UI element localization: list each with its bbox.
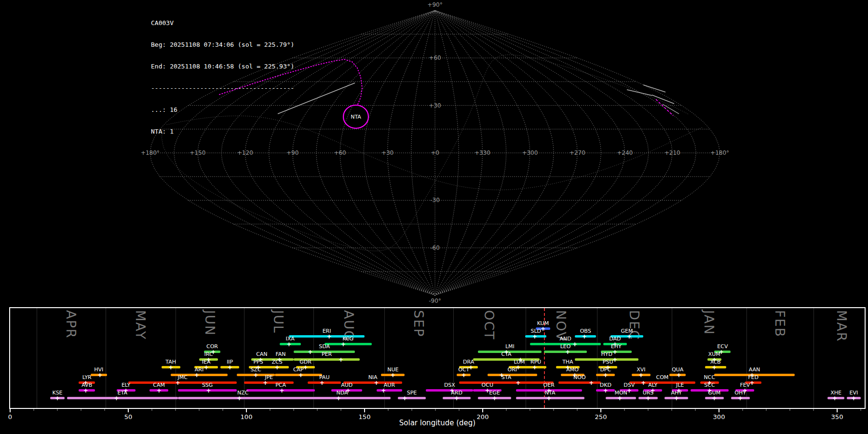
- shower-peak-marker-GUM: +: [712, 395, 717, 401]
- shower-peak-marker-XVI: +: [638, 372, 643, 378]
- longitude-label: +120: [237, 149, 253, 156]
- shower-bar-CTA: [473, 358, 539, 361]
- month-label-jul: JUL: [271, 310, 286, 334]
- shower-peak-marker-HVI: +: [97, 372, 102, 378]
- x-axis-minor-tick: [105, 409, 105, 411]
- shower-peak-marker-NUE: +: [391, 372, 395, 378]
- longitude-label: +0: [431, 149, 439, 156]
- latitude-label: +30: [429, 102, 441, 109]
- x-axis-minor-tick: [199, 409, 200, 411]
- month-label-may: MAY: [133, 310, 148, 340]
- x-axis-tick: [600, 409, 601, 412]
- x-axis-minor-tick: [294, 409, 294, 411]
- x-axis-tick: [719, 409, 719, 412]
- latitude-label: +60: [429, 54, 441, 61]
- x-axis-minor-tick: [435, 409, 436, 411]
- shower-peak-marker-SLD: +: [532, 334, 537, 339]
- shower-peak-marker-ERI: +: [326, 334, 331, 339]
- x-axis-minor-tick: [672, 409, 672, 411]
- shower-peak-marker-JPE: +: [263, 380, 268, 386]
- shower-bar-KCG: [325, 343, 372, 345]
- shower-peak-marker-QUA: +: [677, 372, 681, 378]
- shower-peak-marker-AND: +: [572, 341, 577, 347]
- meteor-trail: [643, 85, 665, 92]
- x-axis-tick: [246, 409, 247, 412]
- shower-peak-marker-IXA: +: [286, 341, 291, 347]
- shower-bar-AUR: [377, 389, 403, 392]
- x-axis-tick: [482, 409, 483, 412]
- begin-time: Beg: 20251108 07:34:06 (sol = 225.79°): [151, 41, 294, 48]
- shower-peak-marker-KCG: +: [341, 341, 346, 347]
- shower-bar-ETA: [67, 397, 178, 399]
- shower-peak-marker-EVI: +: [851, 395, 856, 401]
- x-axis-minor-tick: [695, 409, 696, 411]
- longitude-label: +90: [286, 149, 298, 156]
- shower-peak-marker-PAU: +: [320, 380, 325, 386]
- sky-map-svg: +90°+60+30-30-60-90°+180°+150+120+90+60+…: [0, 0, 868, 306]
- latitude-label: -30: [430, 197, 440, 203]
- shower-label-ORI: ORI: [507, 367, 517, 373]
- month-label-feb: FEB: [773, 310, 787, 338]
- shower-peak-marker-AUR: +: [381, 388, 386, 393]
- meteor-trail: [627, 90, 652, 95]
- longitude-label: +270: [570, 149, 585, 156]
- x-axis-tick: [837, 409, 838, 412]
- month-boundary-line: [37, 308, 37, 408]
- shower-peak-marker-EGE: +: [492, 395, 497, 401]
- month-boundary-line: [106, 308, 106, 408]
- longitude-label: +240: [617, 149, 633, 156]
- shower-peak-marker-ETA: +: [114, 395, 119, 401]
- shower-peak-marker-PCA: +: [279, 388, 284, 393]
- shower-label-NOO: NOO: [573, 375, 586, 380]
- shower-peak-marker-KSE: +: [55, 395, 60, 401]
- shower-peak-marker-SPE: +: [402, 395, 407, 401]
- x-axis-tick: [10, 409, 11, 412]
- x-axis-minor-tick: [459, 409, 460, 411]
- shower-peak-marker-RPU: +: [532, 365, 537, 370]
- shower-peak-marker-DPC: +: [603, 372, 608, 378]
- month-label-jun: JUN: [203, 310, 217, 336]
- month-label-oct: OCT: [482, 310, 497, 340]
- shower-peak-marker-OCT: +: [461, 372, 466, 378]
- shower-bar-STA: [459, 381, 554, 384]
- latitude-label: +90°: [427, 1, 442, 8]
- x-axis-minor-tick: [388, 409, 389, 411]
- month-label-mar: MAR: [834, 310, 849, 342]
- meteor-radiant-plot-window: { "header": { "station": "CA003V", "beg"…: [0, 0, 868, 434]
- x-axis-minor-tick: [648, 409, 649, 411]
- latitude-label: -90°: [429, 298, 441, 304]
- shower-bar-NOO: [558, 381, 601, 384]
- longitude-label: +300: [522, 149, 538, 156]
- shower-peak-marker-DKD: +: [603, 388, 608, 393]
- shower-peak-marker-IEA: +: [204, 365, 209, 370]
- longitude-label: +60: [334, 149, 346, 156]
- x-axis-minor-tick: [554, 409, 554, 411]
- shower-peak-marker-ARD: +: [454, 395, 459, 401]
- shower-peak-marker-URS: +: [646, 395, 651, 401]
- shower-label-AND: AND: [559, 336, 571, 342]
- shower-peak-marker-AVB: +: [83, 388, 88, 393]
- shower-label-PER: PER: [322, 352, 332, 357]
- x-axis-minor-tick: [577, 409, 578, 411]
- month-label-sep: SEP: [411, 310, 426, 337]
- shower-peak-marker-NDA: +: [336, 395, 341, 401]
- x-axis-tick: [364, 409, 365, 412]
- shower-peak-marker-XHE: +: [832, 395, 837, 401]
- shower-peak-marker-IIP: +: [228, 365, 232, 370]
- longitude-label: +330: [475, 149, 490, 156]
- shower-peak-marker-SZC: +: [254, 372, 258, 378]
- meteor-trail: [652, 95, 674, 104]
- shower-peak-marker-GEM: +: [627, 334, 632, 339]
- shower-label-COM: COM: [656, 375, 668, 380]
- x-axis-title: Solar longitude (deg): [10, 419, 865, 427]
- shower-peak-marker-TAH: +: [168, 365, 173, 370]
- shower-peak-marker-OHY: +: [738, 395, 743, 401]
- shower-peak-marker-KUM: +: [541, 326, 545, 332]
- x-axis-minor-tick: [530, 409, 530, 411]
- shower-peak-marker-XCB: +: [712, 365, 717, 370]
- shower-label-ETA: ETA: [118, 390, 127, 396]
- shower-peak-marker-CAM: +: [157, 388, 162, 393]
- latitude-label: -60: [430, 244, 440, 251]
- shower-peak-marker-SSG: +: [206, 388, 211, 393]
- shower-peak-marker-COM: +: [641, 380, 646, 386]
